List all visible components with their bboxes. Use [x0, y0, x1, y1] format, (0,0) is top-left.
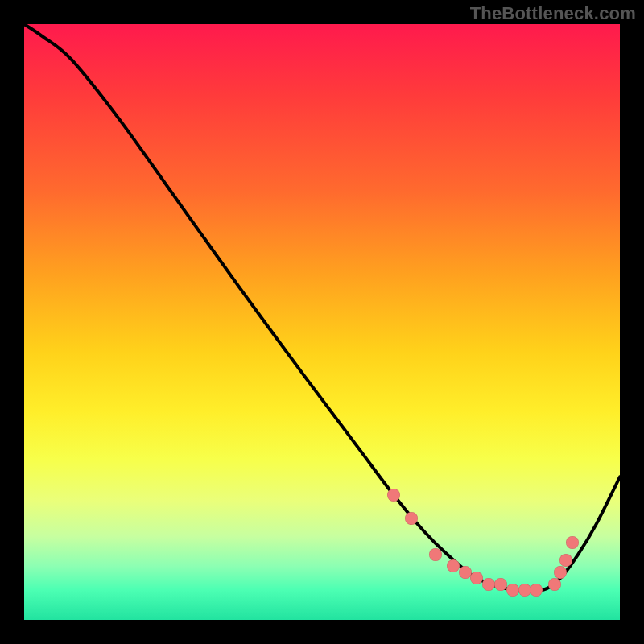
watermark-text: TheBottleneck.com — [470, 3, 636, 24]
marker-dot — [548, 578, 561, 591]
marker-dot — [459, 566, 472, 579]
curve-line — [24, 24, 620, 592]
marker-dot — [482, 578, 495, 591]
marker-dot — [566, 536, 579, 549]
marker-dot — [506, 584, 519, 597]
curve-svg — [24, 24, 620, 620]
marker-dot — [494, 578, 507, 591]
marker-dot — [554, 566, 567, 579]
marker-dot — [518, 584, 531, 597]
marker-dot — [429, 548, 442, 561]
plot-area — [24, 24, 620, 620]
chart-frame: TheBottleneck.com — [0, 0, 644, 644]
marker-dot — [387, 489, 400, 502]
